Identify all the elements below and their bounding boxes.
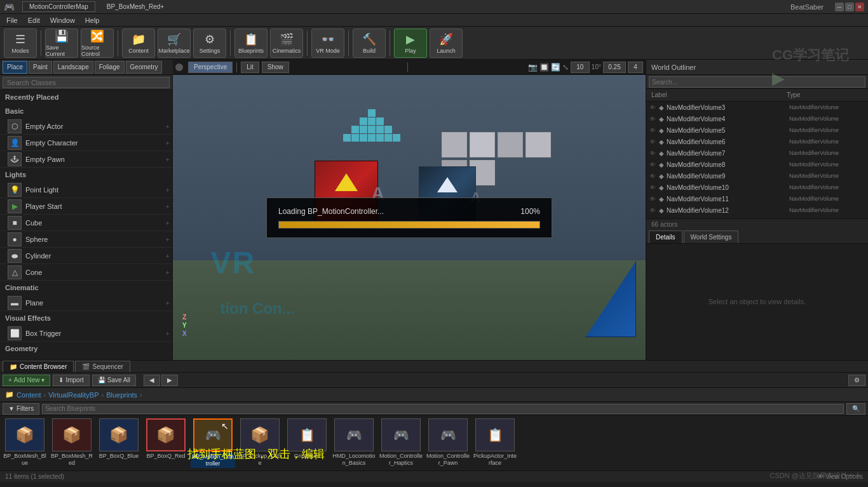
visibility-icon[interactable]: 👁: [649, 138, 656, 145]
perspective-button[interactable]: Perspective: [188, 62, 233, 73]
path-blueprints[interactable]: Blueprints: [106, 391, 137, 399]
list-item[interactable]: △ Cone +: [0, 264, 172, 281]
outliner-item[interactable]: 👁 ◆ NavModifierVolume5 NavModifierVolume: [646, 124, 868, 136]
scale-value-btn[interactable]: 0.25: [603, 62, 626, 73]
search-button[interactable]: 🔍: [846, 403, 865, 415]
category-volumes[interactable]: Volumes: [0, 356, 172, 360]
list-item[interactable]: 💡 Point Light +: [0, 182, 172, 198]
cb-item-bp-pickup-cube[interactable]: 📦 BP_Pickup_Cube: [238, 418, 282, 467]
cb-item-bp-boxmesh-red[interactable]: 📦 BP_BoxMesh_Red: [50, 418, 94, 467]
menu-file[interactable]: File: [3, 17, 22, 24]
category-lights[interactable]: Lights: [0, 168, 172, 182]
content-browser-search-input[interactable]: [42, 404, 844, 414]
marketplace-button[interactable]: 🛒 Marketplace: [158, 29, 191, 58]
mode-foliage[interactable]: Foliage: [95, 61, 125, 74]
menu-edit[interactable]: Edit: [24, 17, 44, 24]
list-item[interactable]: ⬜ Box Trigger +: [0, 325, 172, 342]
3d-viewport[interactable]: Perspective Lit Show 📷 🔲 🔄 ⤡ 10 10° 0.25…: [173, 60, 646, 360]
category-cinematic[interactable]: Cinematic: [0, 281, 172, 295]
cb-item-hmd-locomotion[interactable]: 🎮 HMD_Locomotion_Basics: [332, 418, 376, 467]
visibility-icon[interactable]: 👁: [649, 173, 656, 180]
mode-place[interactable]: Place: [3, 61, 27, 74]
launch-button[interactable]: 🚀 Launch: [430, 29, 463, 58]
maximize-button[interactable]: □: [845, 3, 854, 11]
visibility-icon[interactable]: 👁: [649, 184, 656, 191]
forward-button[interactable]: ▶: [161, 375, 178, 386]
outliner-item[interactable]: 👁 ◆ NavModifierVolume10 NavModifierVolum…: [646, 182, 868, 193]
mode-landscape[interactable]: Landscape: [53, 61, 93, 74]
outliner-item[interactable]: 👁 ◆ NavModifierVolume11 NavModifierVolum…: [646, 193, 868, 204]
tab-motioncontrollermap[interactable]: MotionControllerMap: [22, 1, 95, 12]
snap-value-btn[interactable]: 10: [571, 62, 590, 73]
visibility-icon[interactable]: 👁: [649, 127, 656, 134]
path-virtualrealitybp[interactable]: VirtualRealityBP: [48, 391, 98, 399]
play-button[interactable]: ▶ Play: [394, 29, 427, 58]
view-options-button[interactable]: 👁 View Options: [817, 473, 863, 480]
cb-item-bp-boxmesh-blue[interactable]: 📦 BP_BoxMesh_Blue: [3, 418, 47, 467]
modes-toggle[interactable]: ☰ Modes: [4, 29, 37, 58]
cb-item-bp-motion-controller[interactable]: 🎮 ↖ BP_Motion_Controller: [191, 418, 235, 468]
cb-item-pickupactor-interface[interactable]: 📋 PickupActor_Interface: [473, 418, 517, 467]
source-control-button[interactable]: 🔀 Source Control: [81, 29, 114, 58]
search-classes-input[interactable]: [3, 77, 170, 88]
outliner-item[interactable]: 👁 ◆ NavModifierVolume4 NavModifierVolume: [646, 113, 868, 124]
outliner-item[interactable]: 👁 ◆ NavModifierVolume8 NavModifierVolume: [646, 159, 868, 170]
menu-help[interactable]: Help: [81, 17, 104, 24]
visibility-icon[interactable]: 👁: [649, 116, 656, 123]
add-new-button[interactable]: + Add New ▾: [3, 375, 50, 386]
list-item[interactable]: ▶ Player Start +: [0, 198, 172, 215]
outliner-item[interactable]: 👁 ◆ NavModifierVolume3 NavModifierVolume: [646, 102, 868, 113]
content-button[interactable]: 📁 Content: [122, 29, 155, 58]
tab-bp-boxmesh[interactable]: BP_BoxMesh_Red+: [100, 2, 170, 11]
cb-item-bp-boxq-blue[interactable]: 📦 BP_BoxQ_Blue: [97, 418, 141, 460]
show-button[interactable]: Show: [262, 62, 289, 73]
cb-item-motion-controller-pawn[interactable]: 🎮 Motion_Controller_Pawn: [426, 418, 470, 467]
tab-content-browser[interactable]: 📁 Content Browser: [3, 361, 74, 372]
visibility-icon[interactable]: 👁: [649, 207, 656, 214]
minimize-button[interactable]: ─: [835, 3, 844, 11]
list-item[interactable]: 🕹 Empty Pawn +: [0, 151, 172, 168]
list-item[interactable]: ⬡ Empty Actor +: [0, 118, 172, 135]
tab-details[interactable]: Details: [649, 230, 682, 243]
close-button[interactable]: ✕: [855, 3, 864, 11]
back-button[interactable]: ◀: [144, 375, 160, 386]
outliner-item[interactable]: 👁 ◆ NavModifierVolume7 NavModifierVolume: [646, 147, 868, 159]
category-visual-effects[interactable]: Visual Effects: [0, 311, 172, 325]
outliner-item[interactable]: 👁 ◆ NavModifierVolume9 NavModifierVolume: [646, 170, 868, 182]
list-item[interactable]: ▬ Plane +: [0, 295, 172, 311]
cinematics-button[interactable]: 🎬 Cinematics: [270, 29, 303, 58]
list-item[interactable]: ■ Cube +: [0, 215, 172, 231]
visibility-icon[interactable]: 👁: [649, 161, 656, 168]
save-current-button[interactable]: 💾 Save Current: [45, 29, 78, 58]
visibility-icon[interactable]: 👁: [649, 196, 656, 203]
outliner-item[interactable]: 👁 ◆ NavModifierVolume6 NavModifierVolume: [646, 136, 868, 147]
build-button[interactable]: 🔨 Build: [353, 29, 386, 58]
list-item[interactable]: 👤 Empty Character +: [0, 135, 172, 151]
settings-button[interactable]: ⚙ Settings: [193, 29, 226, 58]
visibility-icon[interactable]: 👁: [649, 150, 656, 157]
vr-mode-button[interactable]: 👓 VR Mode: [311, 29, 344, 58]
list-item[interactable]: ● Sphere +: [0, 231, 172, 248]
save-all-button[interactable]: 💾 Save All: [92, 375, 136, 386]
cb-item-gripenum[interactable]: 📋 GripEnum: [285, 418, 329, 460]
cb-options-button[interactable]: ⚙: [848, 375, 865, 386]
category-geometry[interactable]: Geometry: [0, 342, 172, 356]
menu-window[interactable]: Window: [46, 17, 79, 24]
tab-world-settings[interactable]: World Settings: [684, 230, 739, 243]
outliner-search-input[interactable]: [649, 76, 865, 88]
lit-button[interactable]: Lit: [241, 62, 259, 73]
outliner-item[interactable]: 👁 ◆ NavModifierVolume12 NavModifierVolum…: [646, 204, 868, 216]
category-recently-placed[interactable]: Recently Placed: [0, 90, 172, 104]
list-item[interactable]: ⬬ Cylinder +: [0, 248, 172, 264]
cb-item-motion-controller-haptics[interactable]: 🎮 Motion_Controller_Haptics: [379, 418, 423, 467]
tab-sequencer[interactable]: 🎬 Sequencer: [75, 361, 130, 372]
grid-value-btn[interactable]: 4: [628, 62, 643, 73]
mode-geometry[interactable]: Geometry: [126, 61, 163, 74]
path-content[interactable]: Content: [17, 391, 41, 399]
visibility-icon[interactable]: 👁: [649, 104, 656, 111]
vp-icon[interactable]: [175, 63, 183, 71]
cb-item-bp-boxq-red[interactable]: 📦 BP_BoxQ_Red: [144, 418, 188, 460]
import-button[interactable]: ⬇ Import: [53, 375, 89, 386]
mode-paint[interactable]: Paint: [29, 61, 52, 74]
blueprints-button[interactable]: 📋 Blueprints: [234, 29, 268, 58]
